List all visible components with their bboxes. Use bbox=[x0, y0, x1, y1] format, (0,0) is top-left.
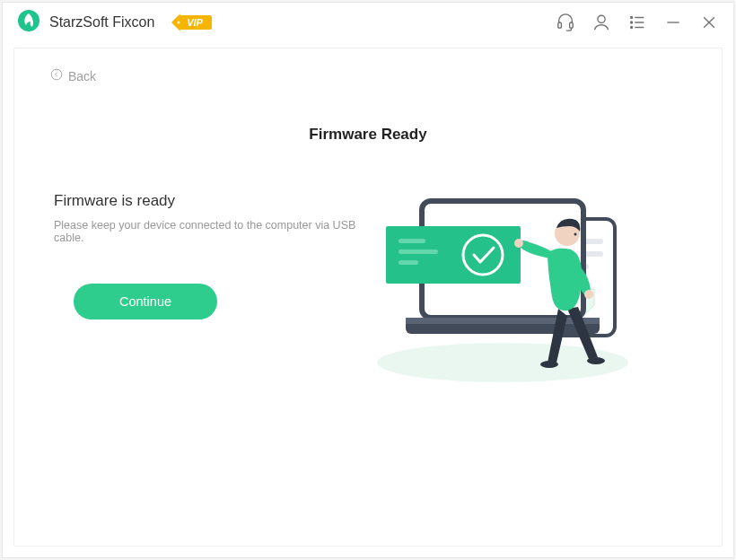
body-row: Firmware is ready Please keep your devic… bbox=[50, 192, 686, 389]
chevron-left-icon bbox=[50, 68, 63, 83]
app-window: StarzSoft Fixcon VIP bbox=[2, 2, 734, 558]
firmware-ready-illustration bbox=[368, 183, 655, 389]
svg-rect-4 bbox=[570, 22, 574, 28]
svg-point-31 bbox=[514, 239, 523, 248]
minimize-icon[interactable] bbox=[663, 13, 683, 32]
left-column: Firmware is ready Please keep your devic… bbox=[50, 192, 368, 389]
description: Please keep your device connected to the… bbox=[54, 219, 368, 244]
illustration-panel bbox=[368, 192, 686, 389]
svg-rect-23 bbox=[406, 318, 600, 324]
vip-badge: VIP bbox=[171, 13, 212, 31]
svg-text:VIP: VIP bbox=[188, 17, 204, 28]
svg-point-34 bbox=[574, 233, 577, 236]
svg-rect-26 bbox=[399, 249, 438, 254]
back-button[interactable]: Back bbox=[50, 68, 96, 83]
svg-point-6 bbox=[631, 16, 633, 18]
svg-rect-25 bbox=[399, 239, 425, 243]
subtitle: Firmware is ready bbox=[54, 192, 368, 210]
menu-icon[interactable] bbox=[627, 13, 647, 32]
continue-button[interactable]: Continue bbox=[74, 284, 217, 319]
svg-point-29 bbox=[540, 361, 558, 368]
titlebar: StarzSoft Fixcon VIP bbox=[3, 3, 733, 42]
back-label: Back bbox=[68, 69, 96, 83]
close-icon[interactable] bbox=[699, 13, 719, 32]
user-icon[interactable] bbox=[591, 13, 611, 32]
support-icon[interactable] bbox=[556, 13, 575, 32]
svg-point-1 bbox=[178, 21, 180, 23]
app-logo-icon bbox=[17, 9, 40, 36]
svg-point-8 bbox=[631, 22, 633, 23]
svg-rect-24 bbox=[386, 226, 521, 284]
page-title: Firmware Ready bbox=[50, 126, 686, 144]
app-title: StarzSoft Fixcon bbox=[49, 14, 154, 31]
content-panel: Back Firmware Ready Firmware is ready Pl… bbox=[13, 48, 723, 547]
svg-point-5 bbox=[598, 15, 605, 22]
app-brand: StarzSoft Fixcon VIP bbox=[17, 9, 212, 36]
svg-point-15 bbox=[51, 69, 62, 80]
svg-point-32 bbox=[584, 290, 593, 299]
svg-point-30 bbox=[587, 357, 605, 364]
svg-rect-27 bbox=[399, 260, 418, 265]
titlebar-actions bbox=[556, 13, 719, 32]
svg-point-10 bbox=[631, 26, 633, 28]
svg-rect-3 bbox=[558, 22, 562, 28]
